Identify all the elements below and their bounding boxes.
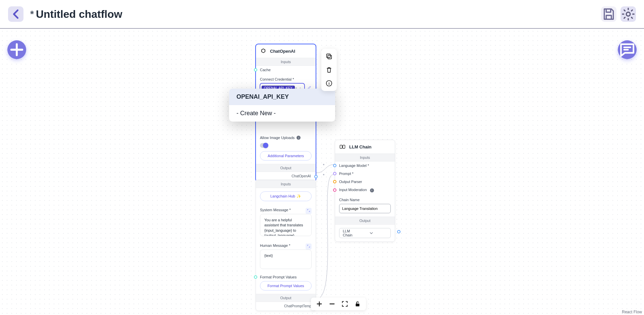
node-header[interactable]: LLM Chain	[335, 140, 395, 153]
node-context-toolbar	[321, 49, 337, 91]
zoom-controls	[311, 298, 366, 310]
output-section-label: Output	[335, 217, 395, 225]
credential-dropdown[interactable]: OPENAI_API_KEY - Create New -	[229, 89, 335, 122]
chevron-down-icon	[356, 230, 387, 236]
save-button[interactable]	[601, 6, 616, 22]
delete-node-button[interactable]	[325, 66, 333, 74]
expand-system-message-button[interactable]	[306, 208, 312, 214]
gear-icon	[621, 6, 636, 22]
attribution: React Flow	[622, 310, 642, 314]
dropdown-item-create-new[interactable]: - Create New -	[229, 105, 335, 122]
allow-image-label: Allow Image Uploads i	[260, 136, 312, 140]
format-prompt-button[interactable]: Format Prompt Values	[260, 281, 312, 290]
llm-icon	[339, 143, 346, 150]
zoom-in-button[interactable]	[316, 300, 323, 308]
canvas[interactable]: ChatOpenAI Inputs Cache Connect Credenti…	[0, 29, 644, 315]
info-icon[interactable]: i	[297, 136, 301, 140]
output-section-label: Output	[256, 164, 316, 172]
modified-indicator: *	[30, 9, 34, 19]
svg-rect-4	[343, 145, 345, 148]
language-model-port: Language Model *	[335, 162, 395, 170]
chatflow-title: Untitled chatflow	[36, 8, 122, 20]
title-wrap: * Untitled chatflow	[30, 8, 122, 20]
expand-human-message-button[interactable]	[306, 243, 312, 250]
svg-rect-3	[340, 145, 342, 148]
openai-icon	[260, 48, 267, 54]
cache-port: Cache	[256, 66, 316, 74]
copy-node-button[interactable]	[325, 53, 333, 60]
inputs-section-label: Inputs	[335, 153, 395, 162]
additional-parameters-button[interactable]: Additional Parameters	[260, 151, 312, 161]
human-message-label: Human Message *	[260, 243, 290, 248]
chevron-left-icon	[8, 6, 23, 22]
node-header[interactable]: ChatOpenAI	[256, 44, 316, 58]
chat-button[interactable]	[618, 40, 637, 59]
human-message-input[interactable]	[260, 250, 312, 269]
output-section-label: Output	[256, 294, 316, 302]
info-node-button[interactable]	[325, 80, 333, 87]
node-llm-chain[interactable]: LLM Chain Inputs Language Model * Prompt…	[335, 140, 395, 242]
output-select[interactable]: LLM Chain	[339, 228, 391, 238]
system-message-label: System Message *	[260, 208, 291, 212]
chat-icon	[618, 40, 637, 59]
output-parser-port: Output Parser	[335, 178, 395, 186]
langchain-hub-button[interactable]: Langchain Hub✨	[260, 191, 312, 201]
lock-button[interactable]	[354, 300, 361, 308]
system-message-input[interactable]	[260, 214, 312, 236]
output-port: ChatPromptTempl	[256, 302, 316, 311]
format-prompt-port: Format Prompt Values	[256, 273, 316, 281]
svg-point-0	[626, 12, 630, 16]
save-icon	[601, 6, 616, 22]
svg-point-2	[323, 174, 324, 175]
plus-icon	[7, 40, 26, 59]
svg-rect-8	[356, 304, 360, 306]
input-moderation-port: Input Moderation i	[335, 186, 395, 194]
back-button[interactable]	[8, 6, 23, 22]
node-chat-prompt-template[interactable]: Inputs Langchain Hub✨ System Message * H…	[256, 180, 316, 311]
fit-view-button[interactable]	[341, 300, 348, 308]
wand-icon: ✨	[297, 194, 301, 198]
inputs-section-label: Inputs	[256, 180, 316, 188]
zoom-out-button[interactable]	[328, 300, 336, 308]
credential-label: Connect Credential *	[260, 77, 312, 81]
allow-image-toggle[interactable]	[260, 143, 268, 148]
prompt-port: Prompt *	[335, 170, 395, 178]
settings-button[interactable]	[621, 6, 636, 22]
header: * Untitled chatflow	[0, 0, 644, 29]
node-title: LLM Chain	[349, 144, 371, 149]
inputs-section-label: Inputs	[256, 58, 316, 66]
node-title: ChatOpenAI	[270, 49, 295, 54]
svg-rect-6	[327, 54, 330, 58]
info-icon[interactable]: i	[370, 188, 374, 192]
chain-name-label: Chain Name	[339, 198, 391, 202]
dropdown-item-existing[interactable]: OPENAI_API_KEY	[229, 89, 335, 105]
svg-rect-5	[328, 55, 331, 59]
svg-point-1	[323, 164, 324, 165]
add-node-button[interactable]	[7, 40, 26, 59]
chain-name-input[interactable]	[339, 204, 391, 213]
